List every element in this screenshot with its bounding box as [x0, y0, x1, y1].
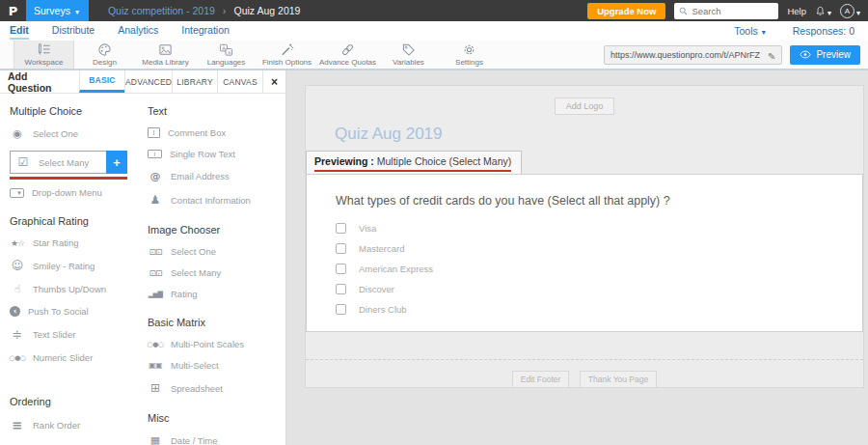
previewing-tab: Previewing : Multiple Choice (Select Man…	[306, 151, 522, 175]
topbar-actions: Upgrade Now Help A	[587, 0, 868, 21]
tool-settings[interactable]: Settings	[439, 41, 500, 69]
tool-advance-quotas[interactable]: Advance Quotas	[317, 41, 378, 69]
option-row[interactable]: Discover	[336, 284, 862, 294]
qtype-rank-order[interactable]: Rank Order	[10, 418, 148, 432]
breadcrumb-separator-icon	[223, 5, 227, 16]
qtype-select-many-highlighted[interactable]: Select Many +	[10, 151, 127, 174]
checkbox[interactable]	[336, 264, 346, 274]
upgrade-now-button[interactable]: Upgrade Now	[587, 3, 665, 19]
survey-url-field[interactable]: https://www.questionpro.com/t/APNrFZ	[604, 45, 782, 65]
multi-point-icon	[148, 341, 163, 348]
tool-media-library[interactable]: Media Library	[135, 41, 196, 69]
qtype-thumbs-up-down[interactable]: Thumbs Up/Down	[10, 283, 148, 295]
qtype-email-address[interactable]: Email Address	[148, 170, 285, 182]
menu-integration[interactable]: Integration	[181, 22, 230, 40]
responses-count[interactable]: Responses: 0	[793, 25, 854, 37]
qtype-star-rating[interactable]: Star Rating	[10, 237, 148, 248]
section-basic-matrix: Basic Matrix	[148, 317, 285, 328]
palette-icon	[97, 42, 112, 57]
tab-canvas[interactable]: CANVAS	[217, 70, 262, 93]
qtype-select-one[interactable]: Select One	[10, 127, 148, 140]
share-circle-icon	[10, 306, 20, 317]
global-search[interactable]	[674, 3, 778, 19]
checkbox[interactable]	[336, 243, 346, 254]
magic-wand-icon	[280, 42, 294, 57]
topbar: P Surveys Quiz competition - 2019 Quiz A…	[0, 0, 868, 21]
qtype-smiley-rating[interactable]: Smiley - Rating	[10, 259, 148, 272]
calendar-icon	[148, 434, 163, 445]
menu-distribute[interactable]: Distribute	[52, 22, 95, 40]
survey-title[interactable]: Quiz Aug 2019	[335, 125, 863, 144]
search-icon	[679, 7, 688, 15]
tab-basic[interactable]: BASIC	[79, 70, 124, 93]
workspace-toolbar: Workspace Design Media Library A a Langu…	[0, 41, 868, 70]
tool-finish-options[interactable]: Finish Options	[257, 41, 317, 69]
tools-menu[interactable]: Tools	[734, 25, 766, 37]
add-question-panel: Add Question BASIC ADVANCED LIBRARY CANV…	[0, 70, 286, 445]
search-input[interactable]	[692, 6, 769, 16]
qtype-date-time[interactable]: Date / Time	[148, 434, 285, 445]
option-row[interactable]: Diners Club	[336, 304, 862, 315]
tab-library[interactable]: LIBRARY	[172, 70, 217, 93]
qtype-dropdown-menu[interactable]: Drop-down Menu	[10, 187, 148, 198]
qtype-multi-select[interactable]: Multi-Select	[148, 360, 285, 371]
qtype-image-select-one[interactable]: Select One	[148, 246, 285, 257]
qtype-push-to-social[interactable]: Push To Social	[10, 306, 148, 317]
preview-button[interactable]: Preview	[790, 45, 860, 65]
image-pair-icon	[148, 247, 163, 257]
panel-title: Add Question	[0, 70, 79, 93]
survey-preview-area: Add Logo Quiz Aug 2019 Previewing : Mult…	[286, 70, 868, 445]
surveys-product-menu[interactable]: Surveys	[26, 0, 89, 21]
qtype-multi-point-scales[interactable]: Multi-Point Scales	[148, 339, 285, 349]
edit-url-icon[interactable]	[768, 46, 775, 64]
previewing-label: Previewing :	[314, 155, 374, 167]
svg-text:a: a	[228, 49, 231, 55]
checkbox[interactable]	[336, 304, 346, 315]
tool-languages[interactable]: A a Languages	[196, 41, 257, 69]
image-pair-icon	[148, 268, 163, 278]
notifications-menu[interactable]	[815, 2, 831, 19]
breadcrumb-current: Quiz Aug 2019	[234, 5, 301, 16]
survey-card-footer: Edit Footer Thank You Page	[306, 359, 863, 388]
option-row[interactable]: American Express	[336, 264, 862, 274]
thank-you-page-button[interactable]: Thank You Page	[580, 371, 657, 388]
qtype-single-row-text[interactable]: Single Row Text	[148, 149, 285, 159]
help-link[interactable]: Help	[787, 6, 806, 16]
breadcrumb-parent-link[interactable]: Quiz competition - 2019	[108, 5, 215, 16]
tool-design[interactable]: Design	[74, 41, 135, 69]
red-annotation-underline	[10, 177, 127, 180]
qtype-spreadsheet[interactable]: Spreadsheet	[148, 381, 285, 395]
close-icon[interactable]	[262, 70, 285, 93]
menu-edit[interactable]: Edit	[10, 22, 29, 40]
numeric-slider-icon	[10, 354, 25, 362]
multi-select-icon	[148, 361, 163, 370]
qtype-comment-box[interactable]: Comment Box	[148, 127, 285, 138]
section-image-chooser: Image Chooser	[148, 224, 285, 236]
qtype-contact-information[interactable]: Contact Information	[148, 193, 285, 207]
qtype-text-slider[interactable]: Text Slider	[10, 327, 148, 342]
tool-workspace[interactable]: Workspace	[14, 41, 74, 69]
option-row[interactable]: Visa	[336, 223, 862, 234]
option-row[interactable]: Mastercard	[336, 243, 862, 254]
grid-icon	[148, 381, 163, 395]
add-question-plus-button[interactable]: +	[106, 151, 127, 174]
rank-list-icon	[10, 418, 25, 432]
tool-variables[interactable]: Variables	[378, 41, 439, 69]
section-ordering: Ordering	[10, 396, 148, 407]
add-logo-button[interactable]: Add Logo	[555, 97, 615, 115]
question-text[interactable]: What types of credit cards do you have (…	[336, 194, 862, 208]
svg-text:A: A	[222, 45, 226, 51]
qtype-image-select-many[interactable]: Select Many	[148, 267, 285, 278]
smiley-icon	[10, 259, 25, 272]
account-menu[interactable]: A	[840, 2, 860, 19]
avatar: A	[840, 4, 854, 18]
person-icon	[148, 193, 163, 207]
menu-analytics[interactable]: Analytics	[118, 22, 158, 40]
checkbox[interactable]	[336, 223, 346, 234]
qtype-image-rating[interactable]: Rating	[148, 289, 285, 299]
edit-footer-button[interactable]: Edit Footer	[512, 371, 570, 388]
qtype-numeric-slider[interactable]: Numeric Slider	[10, 352, 148, 363]
tab-advanced[interactable]: ADVANCED	[124, 70, 172, 93]
checkbox[interactable]	[336, 284, 346, 294]
questionpro-logo[interactable]: P	[0, 0, 26, 21]
